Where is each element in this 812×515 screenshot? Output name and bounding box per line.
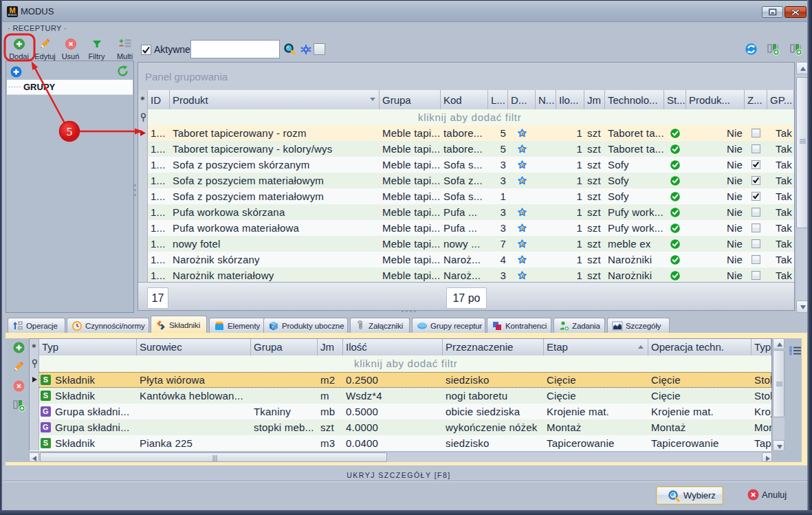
- column-header-grupa[interactable]: Grupa: [380, 90, 441, 109]
- settings-gear-icon[interactable]: [300, 44, 311, 58]
- groups-panel: GRUPY: [6, 61, 134, 313]
- decoration: [10, 66, 22, 78]
- table-row[interactable]: 1...Pufa workowa materiałowaMeble tapi..…: [138, 220, 794, 236]
- title-bar[interactable]: MMODUS MODUS: [1, 1, 811, 22]
- column-header-gp[interactable]: GP...: [767, 90, 794, 109]
- table-row[interactable]: SSkładnikPianka 225m30.0400siedziskoTapi…: [30, 435, 771, 451]
- tab-label: Składniki: [169, 321, 200, 329]
- tab-szczeg-y[interactable]: Szczegóły: [607, 318, 670, 333]
- column-header-n[interactable]: N...: [536, 90, 556, 109]
- column-header-jm[interactable]: Jm: [584, 90, 605, 109]
- active-checkbox[interactable]: [141, 45, 151, 55]
- column-header-technolo[interactable]: Technolo...: [605, 90, 664, 109]
- details-icon: [612, 320, 623, 331]
- table-row[interactable]: 1...nowy fotelMeble tapi...nowy ...71szt…: [138, 236, 794, 252]
- cell-gp: Tak: [767, 125, 794, 141]
- column-header-grupa[interactable]: Grupa: [251, 339, 318, 355]
- column-header-typ[interactable]: Typ: [751, 339, 771, 355]
- table-row[interactable]: 1...Sofa z poszyciem materiałowymMeble t…: [138, 188, 794, 204]
- cell-gp: Tak: [767, 220, 794, 236]
- elements-icon: [214, 320, 225, 331]
- table-row[interactable]: SSkładnikPłyta wiórowam20.2500siedziskoC…: [30, 372, 771, 388]
- refresh-groups-icon[interactable]: [117, 65, 129, 80]
- column-header-etap[interactable]: Etap: [544, 339, 648, 355]
- column-header-ilo[interactable]: Ilość: [343, 339, 443, 355]
- table-row[interactable]: 1...Taboret tapicerowany - rozmMeble tap…: [138, 125, 794, 141]
- tab-produkty-uboczne[interactable]: ?Produkty uboczne: [263, 318, 348, 333]
- tab-kontrahenci[interactable]: Kontrahenci: [487, 318, 551, 333]
- column-header-id[interactable]: ID: [148, 90, 170, 109]
- clock-icon: [72, 320, 83, 331]
- table-row[interactable]: 1...Pufa workowa skórzanaMeble tapi...Pu…: [138, 204, 794, 220]
- tab-zadania[interactable]: Zadania: [553, 318, 605, 333]
- tab-grupy-receptur[interactable]: Grupy receptur: [412, 318, 485, 333]
- tab-sk-adniki[interactable]: Składniki: [151, 316, 207, 333]
- column-header-operacjatechn[interactable]: Operacja techn.: [648, 339, 751, 355]
- components-grid-filter-row[interactable]: kliknij aby dodać filtr: [30, 355, 771, 373]
- add-band-icon[interactable]: [790, 43, 802, 58]
- detail-edit-icon[interactable]: [13, 361, 25, 375]
- refresh-icon[interactable]: [745, 43, 757, 58]
- favorite-star-icon: [508, 204, 536, 220]
- option-square-button[interactable]: [314, 43, 325, 55]
- table-row[interactable]: GGrupa składni...Tkaninymb0.5000obicie s…: [30, 404, 771, 419]
- cell-l: 3: [488, 157, 508, 173]
- table-row[interactable]: 1...Narożnik materiałowyMeble tapi...Nar…: [138, 267, 794, 283]
- column-header-kod[interactable]: Kod: [441, 90, 488, 109]
- cell-produk: Nie: [686, 188, 745, 204]
- table-row[interactable]: GGrupa składni...stopki meb...szt4.0000w…: [30, 419, 771, 435]
- search-input[interactable]: [190, 40, 280, 58]
- column-header-produk[interactable]: Produk...: [686, 90, 745, 109]
- tab-elementy[interactable]: Elementy: [209, 318, 265, 333]
- select-button[interactable]: Wybierz: [656, 486, 723, 505]
- column-header-typ[interactable]: Typ: [39, 339, 137, 355]
- column-header-d[interactable]: D...: [508, 90, 536, 109]
- components-grid-vscrollbar[interactable]: [773, 338, 784, 451]
- cell-przeznaczenie: siedzisko: [443, 372, 544, 388]
- column-header-z[interactable]: Z...: [745, 90, 767, 109]
- cell-tech: Pufy work...: [605, 220, 664, 236]
- cell-ilo: 1: [556, 204, 584, 220]
- table-row[interactable]: 1...Taboret tapicerowany - kolory/wysMeb…: [138, 141, 794, 157]
- cell-ilo: 1: [556, 220, 584, 236]
- column-header-jm[interactable]: Jm: [318, 339, 343, 355]
- table-row[interactable]: 1...Sofa z poszyciem materiałowymMeble t…: [138, 173, 794, 188]
- multi-button[interactable]: Multi: [111, 34, 139, 61]
- restore-button[interactable]: [762, 6, 783, 18]
- cancel-button[interactable]: Anuluj: [747, 488, 795, 502]
- table-row[interactable]: SSkładnikKantówka heblowan...mWsdz*4nogi…: [30, 388, 771, 404]
- filter-icon: [91, 39, 102, 50]
- column-header-l[interactable]: L...: [488, 90, 508, 109]
- products-grid-header: IDProduktGrupaKodL...D...N...Ilo...JmTec…: [138, 90, 794, 110]
- cell-typ: GGrupa składni...: [39, 404, 137, 419]
- detail-add-icon[interactable]: [13, 342, 25, 356]
- components-grid-hscrollbar[interactable]: [29, 452, 772, 462]
- column-header-ilo[interactable]: Ilo...: [556, 90, 584, 109]
- tab-za-czniki[interactable]: Załączniki: [350, 318, 410, 333]
- group-by-panel[interactable]: Panel grupowania: [138, 63, 794, 91]
- horizontal-splitter-top[interactable]: [402, 310, 418, 312]
- tree-node-grupy[interactable]: GRUPY: [7, 80, 133, 95]
- detail-delete-icon[interactable]: [13, 380, 25, 395]
- table-row[interactable]: 1...Sofa z poszyciem skórzanymMeble tapi…: [138, 157, 794, 173]
- add-column-icon[interactable]: [767, 43, 780, 58]
- tab-czynno-ci-normy[interactable]: Czynności/normy: [67, 318, 149, 333]
- vertical-splitter[interactable]: [134, 182, 137, 199]
- column-header-st[interactable]: St...: [664, 90, 686, 109]
- table-row[interactable]: 1...Narożnik skórzanyMeble tapi...Naroż.…: [138, 252, 794, 267]
- tab-operacje[interactable]: Operacje: [8, 318, 65, 333]
- column-chooser-icon[interactable]: [789, 346, 801, 358]
- add-group-icon[interactable]: [10, 66, 22, 80]
- cell-produk: Nie: [686, 157, 745, 173]
- hide-details-bar[interactable]: UKRYJ SZCZEGÓŁY [F8]: [3, 466, 807, 481]
- column-header-surowiec[interactable]: Surowiec: [137, 339, 251, 355]
- products-grid-vscrollbar[interactable]: [796, 62, 808, 313]
- products-grid-filter-row[interactable]: kliknij aby dodać filtr: [138, 109, 794, 126]
- current-row-arrow-icon: [31, 375, 39, 384]
- search-icon[interactable]: [283, 43, 296, 59]
- restore-icon: [762, 7, 782, 17]
- detail-add-column-icon[interactable]: [13, 399, 25, 415]
- column-header-produkt[interactable]: Produkt: [170, 90, 380, 109]
- column-header-przeznaczenie[interactable]: Przeznaczenie: [443, 339, 544, 355]
- close-button[interactable]: [784, 6, 806, 18]
